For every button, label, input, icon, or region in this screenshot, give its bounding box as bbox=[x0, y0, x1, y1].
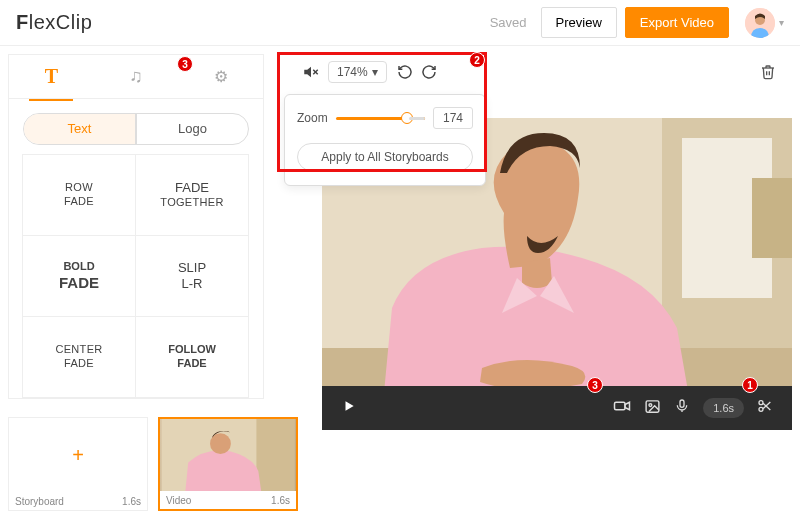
delete-icon[interactable] bbox=[760, 64, 776, 80]
avatar[interactable] bbox=[745, 8, 775, 38]
svg-line-15 bbox=[763, 403, 770, 410]
text-logo-segment: Text Logo bbox=[23, 113, 249, 145]
rotate-ccw-icon[interactable] bbox=[397, 64, 413, 80]
zoom-slider-thumb[interactable] bbox=[401, 112, 413, 124]
zoom-popover: Zoom Apply to All Storyboards bbox=[284, 94, 486, 186]
thumb-preview bbox=[160, 419, 296, 491]
effect-slip-lr[interactable]: SLIP L-R bbox=[135, 235, 249, 317]
segment-logo[interactable]: Logo bbox=[136, 114, 248, 144]
storyboard-item-video[interactable]: 1 Video 1.6s bbox=[158, 417, 298, 511]
mic-icon[interactable] bbox=[667, 398, 697, 418]
mute-icon[interactable] bbox=[302, 63, 320, 81]
tab-settings[interactable]: ⚙ bbox=[191, 66, 251, 87]
svg-line-16 bbox=[763, 402, 770, 409]
callout-3b: 3 bbox=[587, 377, 603, 393]
effect-fade-together[interactable]: FADE TOGETHER bbox=[135, 154, 249, 236]
svg-rect-12 bbox=[680, 400, 684, 407]
panel-tabs: T ♫ ⚙ bbox=[9, 55, 263, 99]
callout-3a: 3 bbox=[177, 56, 193, 72]
svg-rect-9 bbox=[615, 402, 626, 410]
svg-point-13 bbox=[759, 401, 763, 405]
avatar-caret-icon[interactable]: ▾ bbox=[779, 17, 784, 28]
zoom-label: Zoom bbox=[297, 111, 328, 125]
svg-point-14 bbox=[759, 407, 763, 411]
thumb-duration: 1.6s bbox=[122, 496, 141, 507]
zoom-slider[interactable] bbox=[336, 117, 425, 120]
play-button[interactable] bbox=[334, 399, 364, 417]
duration-chip[interactable]: 1.6s bbox=[703, 398, 744, 418]
image-icon[interactable] bbox=[637, 398, 667, 419]
svg-rect-7 bbox=[752, 178, 792, 258]
storyboard-strip: + Storyboard 1.6s 1 Video 1.6s bbox=[8, 417, 792, 511]
effect-row-fade[interactable]: ROW FADE bbox=[22, 154, 136, 236]
svg-point-11 bbox=[649, 403, 652, 406]
app-header: FlexClip Saved Preview Export Video ▾ bbox=[0, 0, 800, 46]
thumb-duration: 1.6s bbox=[271, 495, 290, 506]
storyboard-add[interactable]: + Storyboard 1.6s bbox=[8, 417, 148, 511]
zoom-input[interactable] bbox=[433, 107, 473, 129]
gear-icon: ⚙ bbox=[214, 68, 228, 85]
music-icon: ♫ bbox=[129, 66, 143, 86]
thumb-label: Video bbox=[166, 495, 191, 506]
effect-follow-fade[interactable]: FOLLOW FADE bbox=[135, 316, 249, 398]
text-icon: T bbox=[45, 65, 58, 87]
zoom-value-label: 174% bbox=[337, 65, 368, 79]
save-status: Saved bbox=[490, 15, 527, 30]
svg-rect-18 bbox=[256, 419, 294, 491]
effect-bold-fade[interactable]: BOLD FADE bbox=[22, 235, 136, 317]
callout-1: 1 bbox=[742, 377, 758, 393]
trim-icon[interactable] bbox=[750, 398, 780, 418]
chevron-down-icon: ▾ bbox=[372, 65, 378, 79]
segment-text[interactable]: Text bbox=[24, 114, 136, 144]
text-effects-grid: ROW FADE FADE TOGETHER BOLD FADE SLIP L-… bbox=[23, 155, 249, 398]
preview-wrap: 174% ▾ Zoom Apply to All Storyboards bbox=[274, 54, 792, 399]
zoom-dropdown[interactable]: 174% ▾ bbox=[328, 61, 387, 83]
export-button[interactable]: Export Video bbox=[625, 7, 729, 38]
left-panel: T ♫ ⚙ Text Logo ROW FADE FADE TOGETHER B… bbox=[8, 54, 264, 399]
effect-center-fade[interactable]: CENTER FADE bbox=[22, 316, 136, 398]
preview-button[interactable]: Preview bbox=[541, 7, 617, 38]
callout-2: 2 bbox=[469, 52, 485, 68]
thumb-label: Storyboard bbox=[15, 496, 64, 507]
rotate-cw-icon[interactable] bbox=[421, 64, 437, 80]
plus-icon: + bbox=[9, 418, 147, 492]
svg-rect-10 bbox=[646, 400, 659, 411]
camera-icon[interactable] bbox=[607, 397, 637, 419]
tab-text[interactable]: T bbox=[21, 65, 81, 88]
tab-music[interactable]: ♫ bbox=[106, 66, 166, 87]
logo: FlexClip bbox=[16, 11, 92, 34]
apply-all-button[interactable]: Apply to All Storyboards bbox=[297, 143, 473, 171]
